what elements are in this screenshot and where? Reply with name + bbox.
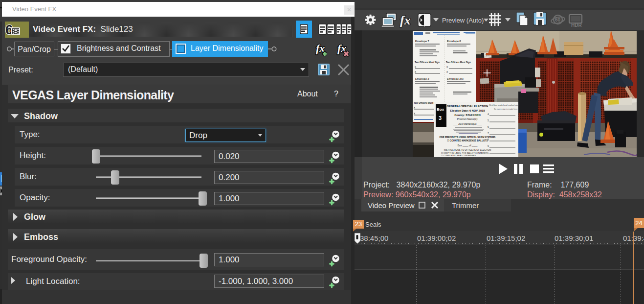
svg-text:☐ COUNTED MARKSENSE BALLOTS: ☐ COUNTED MARKSENSE BALLOTS	[447, 140, 488, 142]
svg-text:X: X	[414, 113, 415, 115]
svg-text:3: 3	[439, 115, 442, 121]
svg-text:(Until box sealed and marked s: (Until box sealed and marked sign)	[489, 104, 519, 106]
svg-text:5: 5	[488, 119, 489, 122]
svg-text:Two Officers Must Sign: Two Officers Must Sign	[446, 61, 471, 64]
svg-text:fx: fx	[400, 13, 411, 27]
svg-text:60: 60	[555, 17, 561, 23]
svg-text:Two Officers Must Sign: Two Officers Must Sign	[415, 61, 440, 64]
svg-text:GENERAL/SPECIAL ELECTION: GENERAL/SPECIAL ELECTION	[447, 105, 488, 108]
svg-text:Envelope 8: Envelope 8	[447, 40, 461, 43]
svg-text:X: X	[415, 71, 416, 73]
svg-text:8: 8	[488, 139, 489, 141]
svg-text:HDR: HDR	[571, 23, 582, 28]
svg-text:X: X	[414, 107, 415, 109]
svg-text:X: X	[446, 71, 448, 73]
svg-text:9: 9	[488, 145, 489, 147]
svg-text:Precinct Name(s):: Precinct Name(s):	[457, 117, 478, 120]
svg-text:___ 203 Marfanique ___: ___ 203 Marfanique ___	[453, 122, 482, 125]
svg-text:Envelope 2A:: Envelope 2A:	[447, 77, 464, 80]
svg-text:Envelope 2: Envelope 2	[415, 77, 429, 80]
svg-text:X: X	[415, 66, 416, 69]
svg-text:☐ COMPLETED SEAL CONTAINERS: ☐ COMPLETED SEAL CONTAINERS	[441, 154, 476, 157]
svg-text:Envelope 7: Envelope 7	[415, 40, 429, 43]
svg-text:County: STAFFORD: County: STAFFORD	[454, 114, 481, 117]
svg-text:INSTRUCTIONS TO OFFICERS OF EL: INSTRUCTIONS TO OFFICERS OF ELECTION	[444, 149, 491, 151]
svg-text:4: 4	[488, 113, 489, 116]
svg-text:Box: Box	[437, 107, 444, 112]
svg-text:7: 7	[488, 132, 489, 135]
svg-text:Box ____ of ____: Box ____ of ____	[458, 144, 478, 147]
svg-text:6: 6	[488, 126, 489, 128]
svg-text:So every sign is made here: So every sign is made here	[494, 108, 518, 110]
svg-text:X: X	[446, 66, 448, 69]
svg-text:Two Officers Must Si: Two Officers Must Si	[414, 102, 436, 104]
svg-text:Election Date: 6 NOV 2018: Election Date: 6 NOV 2018	[450, 109, 485, 112]
